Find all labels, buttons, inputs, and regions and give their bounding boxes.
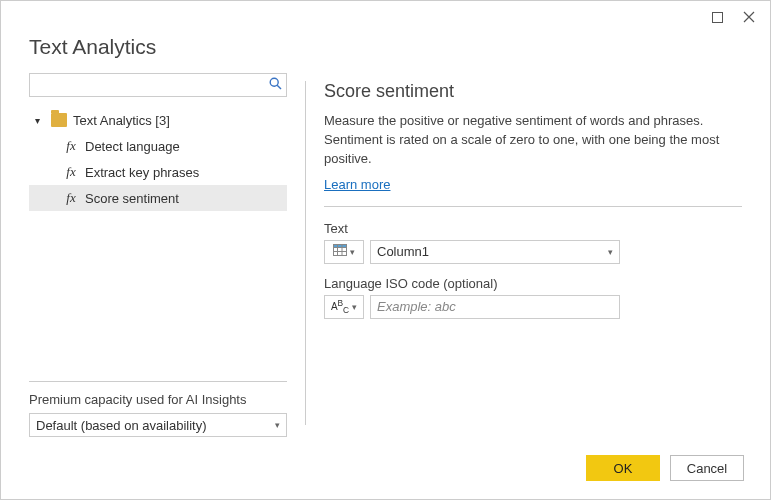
tree-item-label: Detect language	[85, 139, 180, 154]
text-type-picker[interactable]: ▾	[324, 240, 364, 264]
ok-button[interactable]: OK	[586, 455, 660, 481]
svg-point-1	[270, 78, 278, 86]
divider	[324, 206, 742, 207]
tree-item-extract-key-phrases[interactable]: fx Extract key phrases	[29, 159, 287, 185]
chevron-down-icon: ▾	[350, 247, 355, 257]
premium-selected-value: Default (based on availability)	[36, 418, 207, 433]
text-column-value: Column1	[377, 244, 429, 259]
dialog-footer: OK Cancel	[1, 445, 770, 499]
tree-item-label: Score sentiment	[85, 191, 179, 206]
tree-item-detect-language[interactable]: fx Detect language	[29, 133, 287, 159]
fx-icon: fx	[63, 190, 79, 206]
fx-icon: fx	[63, 138, 79, 154]
divider	[29, 381, 287, 382]
chevron-down-icon: ▾	[608, 247, 613, 257]
search-icon[interactable]	[269, 77, 282, 93]
maximize-icon[interactable]	[710, 10, 724, 24]
premium-capacity-select[interactable]: Default (based on availability) ▾	[29, 413, 287, 437]
right-pane: Score sentiment Measure the positive or …	[324, 73, 742, 445]
search-input[interactable]	[36, 75, 269, 95]
cancel-button[interactable]: Cancel	[670, 455, 744, 481]
svg-rect-0	[712, 12, 722, 22]
search-box[interactable]	[29, 73, 287, 97]
language-type-picker[interactable]: ABC ▾	[324, 295, 364, 319]
text-column-select[interactable]: Column1 ▾	[370, 240, 620, 264]
vertical-divider	[305, 81, 306, 425]
ok-button-label: OK	[614, 461, 633, 476]
dialog-body: ▾ Text Analytics [3] fx Detect language …	[1, 73, 770, 445]
titlebar	[1, 1, 770, 33]
tree-item-label: Extract key phrases	[85, 165, 199, 180]
fx-icon: fx	[63, 164, 79, 180]
tree-item-score-sentiment[interactable]: fx Score sentiment	[29, 185, 287, 211]
abc-icon: ABC	[331, 299, 349, 314]
text-field-label: Text	[324, 221, 742, 236]
left-pane: ▾ Text Analytics [3] fx Detect language …	[29, 73, 287, 445]
function-tree: ▾ Text Analytics [3] fx Detect language …	[29, 107, 287, 373]
cancel-button-label: Cancel	[687, 461, 727, 476]
chevron-down-icon: ▾	[275, 420, 280, 430]
chevron-down-icon[interactable]: ▾	[35, 115, 45, 126]
svg-rect-4	[334, 245, 347, 248]
dialog-title: Text Analytics	[1, 33, 770, 73]
svg-line-2	[277, 85, 281, 89]
close-icon[interactable]	[742, 10, 756, 24]
dialog-window: Text Analytics ▾ Text Analytics [3] fx D…	[0, 0, 771, 500]
text-field-row: ▾ Column1 ▾	[324, 240, 742, 264]
language-field-label: Language ISO code (optional)	[324, 276, 742, 291]
chevron-down-icon: ▾	[352, 302, 357, 312]
language-input[interactable]	[370, 295, 620, 319]
column-icon	[333, 244, 347, 259]
folder-icon	[51, 113, 67, 127]
language-field-row: ABC ▾	[324, 295, 742, 319]
tree-root-row[interactable]: ▾ Text Analytics [3]	[29, 107, 287, 133]
panel-title: Score sentiment	[324, 81, 742, 102]
learn-more-link[interactable]: Learn more	[324, 177, 390, 192]
premium-label: Premium capacity used for AI Insights	[29, 392, 287, 407]
tree-root-label: Text Analytics [3]	[73, 113, 170, 128]
premium-section: Premium capacity used for AI Insights De…	[29, 373, 287, 437]
panel-description: Measure the positive or negative sentime…	[324, 112, 742, 169]
